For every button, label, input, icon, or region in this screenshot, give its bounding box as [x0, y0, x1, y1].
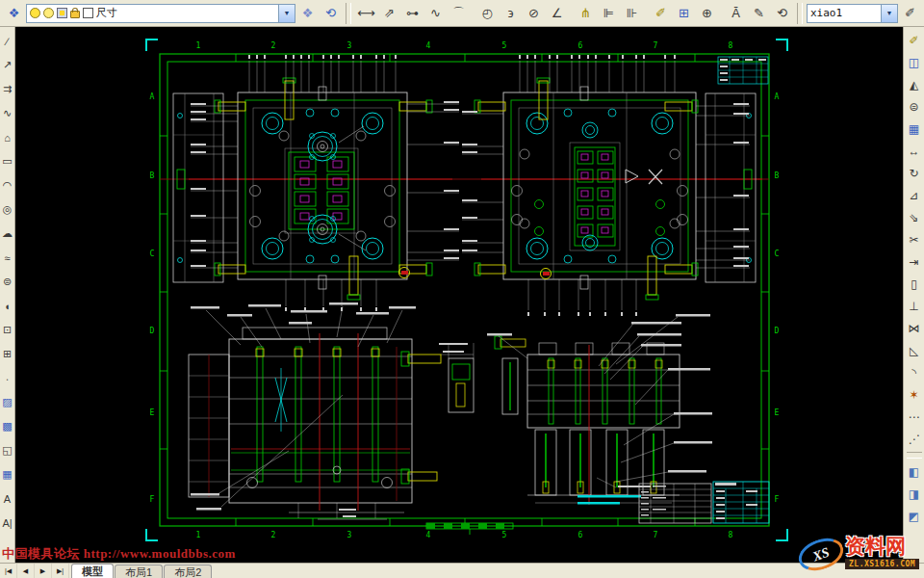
dim-jogged-button[interactable]: ∿ — [424, 2, 447, 24]
revision-cloud-button[interactable]: ☁ — [0, 222, 14, 246]
freeze-icon[interactable] — [43, 8, 54, 18]
cad-circle — [310, 238, 315, 243]
chamfer-button[interactable]: ◺ — [905, 339, 924, 361]
array-button[interactable]: ▦ — [905, 118, 924, 140]
dimstyle-name: xiao1 — [808, 7, 881, 19]
dim-jogged-radius-button[interactable]: ϶ — [500, 2, 522, 24]
gradient-button[interactable]: ▩ — [0, 414, 14, 438]
dim-angular-button[interactable]: ∠ — [546, 2, 568, 24]
copy-button[interactable]: ◫ — [905, 51, 924, 73]
join-button[interactable]: ⋈ — [905, 317, 924, 339]
draworder-back-button[interactable]: ◨ — [905, 483, 924, 505]
dimension-update-button[interactable]: ⟲ — [771, 2, 793, 24]
ellipse-arc-button[interactable]: ◖ — [0, 294, 14, 318]
tab-nav-button-2[interactable]: ▶ — [35, 564, 52, 578]
dim-linear-button[interactable]: ⟷ — [355, 2, 377, 24]
table-button[interactable]: ▦ — [0, 462, 14, 486]
toolbar-separator — [346, 3, 351, 24]
divide-button[interactable]: ⋯ — [905, 406, 924, 428]
explode-button[interactable]: ✶ — [905, 383, 924, 406]
dim-aligned-button[interactable]: ⇗ — [378, 2, 400, 24]
tab-nav-button-3[interactable]: ▶| — [52, 564, 69, 578]
rectangle-button[interactable]: ▭ — [0, 149, 14, 173]
dimension-text-edit-button[interactable]: ✎ — [748, 2, 770, 24]
layers-icon[interactable]: ❖ — [3, 2, 25, 24]
chevron-down-icon[interactable]: ▼ — [881, 5, 897, 22]
lock-icon[interactable] — [70, 11, 80, 18]
polyline-button[interactable]: ∿ — [0, 101, 14, 125]
drawing-canvas[interactable]: 1122334455667788AABBCCDDEEFF — [15, 27, 903, 563]
layer-dropdown[interactable]: 尺寸 ▼ — [26, 4, 295, 23]
cad-rect — [452, 364, 470, 380]
erase-button[interactable]: ✐ — [905, 29, 924, 51]
dim-arc-length-button[interactable]: ⌒ — [448, 2, 470, 24]
trim-button[interactable]: ✂ — [905, 228, 924, 250]
layer-previous-icon[interactable]: ⟲ — [320, 2, 342, 24]
tab-nav-button-0[interactable]: |◀ — [0, 564, 17, 578]
dimension-edit-button[interactable]: Ā — [725, 2, 747, 24]
polygon-button[interactable]: ⌂ — [0, 125, 14, 149]
move-button[interactable]: ↔ — [905, 140, 924, 162]
dimstyle-dropdown[interactable]: xiao1 ▼ — [807, 4, 898, 23]
dim-radius-button[interactable]: ◴ — [476, 2, 499, 24]
cad-textbar — [543, 272, 550, 276]
spline-button[interactable]: ≈ — [0, 246, 14, 270]
scale-button[interactable]: ⊿ — [905, 184, 924, 206]
rotate-button[interactable]: ↻ — [905, 162, 924, 184]
dim-continue-button[interactable]: ⊪ — [621, 2, 643, 24]
cad-circle — [678, 186, 688, 197]
dim-baseline-button[interactable]: ⊫ — [598, 2, 620, 24]
break-at-point-button[interactable]: ⊥ — [905, 295, 924, 317]
dim-ordinate-button[interactable]: ⊶ — [401, 2, 424, 24]
draworder-above-button[interactable]: ◩ — [905, 505, 924, 527]
viewport-freeze-icon[interactable] — [57, 8, 67, 18]
measure-button[interactable]: ⋰ — [905, 428, 924, 450]
draworder-front-button[interactable]: ◧ — [905, 460, 924, 483]
dim-style-icon[interactable]: ✐ — [899, 2, 921, 24]
chevron-down-icon[interactable]: ▼ — [278, 5, 295, 22]
text-button[interactable]: A — [0, 486, 14, 511]
center-mark-button[interactable]: ⊕ — [696, 2, 718, 24]
insert-block-button[interactable]: ⊡ — [0, 318, 14, 342]
construction-line-button[interactable]: ↗ — [0, 53, 14, 77]
mtext-button[interactable]: A| — [0, 511, 14, 535]
fillet-button[interactable]: ◝ — [905, 361, 924, 383]
circle-button[interactable]: ◎ — [0, 197, 14, 222]
cad-textbar — [191, 250, 206, 251]
layer-states-icon[interactable]: ❖ — [296, 2, 319, 24]
break-button[interactable]: ▯ — [905, 273, 924, 295]
tab-模型[interactable]: 模型 — [71, 564, 114, 578]
cad-circle — [178, 258, 183, 263]
cad-line — [339, 126, 364, 143]
bulb-icon[interactable] — [30, 8, 40, 18]
line-button[interactable]: ∕ — [0, 29, 14, 53]
make-block-button[interactable]: ⊞ — [0, 342, 14, 366]
quick-leader-button[interactable]: ✐ — [650, 2, 672, 24]
zone-label: 6 — [578, 41, 583, 50]
point-button[interactable]: ∙ — [0, 366, 14, 390]
cad-textbar — [444, 523, 452, 529]
quick-dimension-button[interactable]: ⋔ — [575, 2, 597, 24]
ellipse-button[interactable]: ⊜ — [0, 270, 14, 294]
zone-label: A — [775, 92, 780, 101]
zone-label: 4 — [426, 531, 431, 539]
dimension-toolbar: ⟷⇗⊶∿⌒◴϶⊘∠⋔⊫⊪✐⊞⊕Ā✎⟲ — [355, 2, 793, 24]
zone-label: 1 — [196, 531, 201, 539]
offset-button[interactable]: ⊜ — [905, 95, 924, 118]
cad-path — [146, 529, 158, 540]
dim-diameter-button[interactable]: ⊘ — [523, 2, 545, 24]
tab-nav-button-1[interactable]: ◀ — [17, 564, 35, 578]
mirror-button[interactable]: ◭ — [905, 73, 924, 95]
cad-textbar — [227, 314, 252, 317]
hatch-button[interactable]: ▨ — [0, 390, 14, 414]
tab-布局2[interactable]: 布局2 — [164, 565, 212, 578]
tab-布局1[interactable]: 布局1 — [115, 565, 163, 578]
multiline-button[interactable]: ⇉ — [0, 77, 14, 101]
tolerance-button[interactable]: ⊞ — [673, 2, 695, 24]
zone-label: 7 — [654, 41, 658, 50]
stretch-button[interactable]: ⇘ — [905, 206, 924, 228]
extend-button[interactable]: ⇥ — [905, 250, 924, 273]
cad-rect — [581, 191, 588, 197]
region-button[interactable]: ◱ — [0, 438, 14, 462]
arc-button[interactable]: ◠ — [0, 173, 14, 197]
